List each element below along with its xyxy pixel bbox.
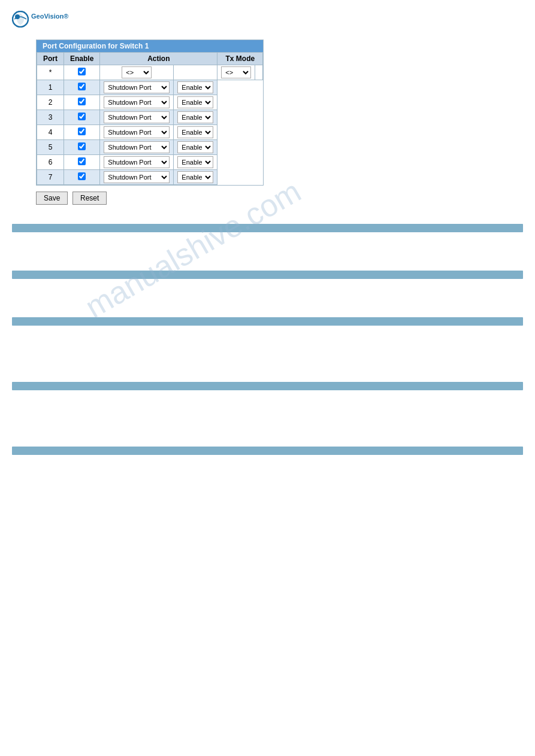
enable-checkbox[interactable] [78,127,86,135]
table-row: 1Shutdown PortEnable [37,80,263,95]
action-select[interactable]: Shutdown Port [104,141,170,153]
action-arrow-star [174,65,217,80]
table-row: 6Shutdown PortEnable [37,155,263,170]
enable-cell[interactable] [64,125,100,140]
table-row: 3Shutdown PortEnable [37,110,263,125]
txmode-select-star[interactable]: <> [221,66,251,78]
txmode-cell[interactable]: Enable [174,95,217,110]
col-header-port: Port [37,53,64,65]
table-row: 5Shutdown PortEnable [37,140,263,155]
txmode-select[interactable]: Enable [177,171,213,183]
enable-checkbox[interactable] [78,172,86,180]
enable-cell[interactable] [64,110,100,125]
table-row: 2Shutdown PortEnable [37,95,263,110]
enable-cell[interactable] [64,140,100,155]
checkbox-star[interactable] [78,68,86,75]
action-select[interactable]: Shutdown Port [104,111,170,123]
enable-star[interactable] [64,65,100,80]
enable-checkbox[interactable] [78,157,86,165]
txmode-arrow-star [255,65,263,80]
action-select[interactable]: Shutdown Port [104,171,170,183]
port-star: * [37,65,64,80]
decorative-bar-2 [12,271,523,279]
port-num: 2 [37,95,64,110]
decorative-bar-5 [12,447,523,455]
enable-cell[interactable] [64,155,100,170]
geovision-logo-icon [12,11,29,28]
action-cell[interactable]: Shutdown Port [100,95,174,110]
txmode-select[interactable]: Enable [177,126,213,138]
port-num: 1 [37,80,64,95]
enable-checkbox[interactable] [78,83,86,90]
reset-button[interactable]: Reset [72,192,107,205]
port-num: 5 [37,140,64,155]
action-star[interactable]: <> [100,65,174,80]
logo-area: GeoVision® [0,0,535,34]
decorative-bar-4 [12,382,523,390]
port-num: 6 [37,155,64,170]
txmode-cell[interactable]: Enable [174,155,217,170]
logo-name: GeoVision [31,13,64,20]
action-cell[interactable]: Shutdown Port [100,170,174,185]
table-row: 4Shutdown PortEnable [37,125,263,140]
txmode-select[interactable]: Enable [177,141,213,153]
txmode-star[interactable]: <> [217,65,255,80]
enable-cell[interactable] [64,80,100,95]
svg-point-1 [15,14,20,19]
action-select[interactable]: Shutdown Port [104,126,170,138]
action-select[interactable]: Shutdown Port [104,81,170,93]
txmode-select[interactable]: Enable [177,111,213,123]
action-cell[interactable]: Shutdown Port [100,155,174,170]
txmode-select[interactable]: Enable [177,81,213,93]
enable-checkbox[interactable] [78,98,86,105]
port-num: 7 [37,170,64,185]
col-header-enable: Enable [64,53,100,65]
txmode-cell[interactable]: Enable [174,125,217,140]
logo-superscript: ® [64,13,68,20]
action-cell[interactable]: Shutdown Port [100,125,174,140]
main-content: Port Configuration for Switch 1 Port Ena… [0,34,535,217]
enable-cell[interactable] [64,170,100,185]
save-button[interactable]: Save [36,192,68,205]
enable-checkbox[interactable] [78,113,86,120]
action-select[interactable]: Shutdown Port [104,156,170,168]
action-select-star[interactable]: <> [122,66,152,78]
table-row: 7Shutdown PortEnable [37,170,263,185]
col-header-txmode: Tx Mode [217,53,263,65]
table-container: Port Configuration for Switch 1 Port Ena… [36,40,264,186]
action-cell[interactable]: Shutdown Port [100,80,174,95]
port-num: 3 [37,110,64,125]
col-header-action: Action [100,53,217,65]
txmode-cell[interactable]: Enable [174,80,217,95]
action-select[interactable]: Shutdown Port [104,96,170,108]
action-cell[interactable]: Shutdown Port [100,110,174,125]
txmode-cell[interactable]: Enable [174,170,217,185]
enable-checkbox[interactable] [78,142,86,150]
logo-text: GeoVision® [31,11,68,27]
decorative-bar-3 [12,317,523,326]
action-cell[interactable]: Shutdown Port [100,140,174,155]
txmode-cell[interactable]: Enable [174,110,217,125]
port-num: 4 [37,125,64,140]
txmode-select[interactable]: Enable [177,96,213,108]
btn-area: Save Reset [36,192,523,205]
port-config-table: Port Enable Action Tx Mode * <> [37,52,263,185]
decorative-bar-1 [12,224,523,232]
txmode-cell[interactable]: Enable [174,140,217,155]
table-title: Port Configuration for Switch 1 [37,40,263,52]
table-row-star: * <> <> [37,65,263,80]
enable-cell[interactable] [64,95,100,110]
txmode-select[interactable]: Enable [177,156,213,168]
